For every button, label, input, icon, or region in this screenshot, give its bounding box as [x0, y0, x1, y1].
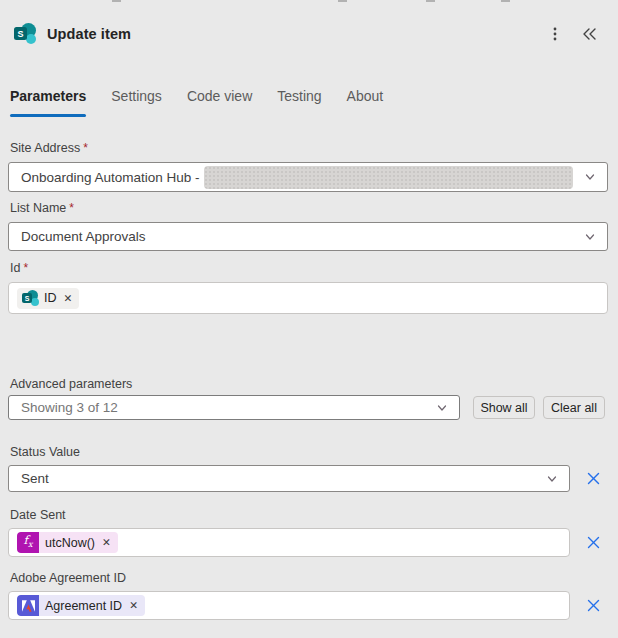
active-tab-underline [10, 114, 86, 117]
expression-token-chip[interactable]: fx utcNow() ✕ [17, 532, 118, 553]
tab-code-view[interactable]: Code view [187, 88, 252, 117]
date-sent-input[interactable]: fx utcNow() ✕ [8, 528, 570, 557]
site-address-dropdown[interactable]: Onboarding Automation Hub - [8, 162, 608, 192]
chevron-down-icon [435, 401, 449, 415]
more-options-button[interactable] [540, 19, 570, 49]
token-text: Agreement ID [45, 599, 122, 613]
sharepoint-icon: S [22, 290, 39, 307]
redacted-value [204, 166, 573, 189]
required-asterisk: * [83, 141, 88, 155]
status-value: Sent [21, 471, 49, 486]
clear-field-button[interactable] [578, 471, 608, 486]
advanced-parameters-dropdown[interactable]: Showing 3 of 12 [8, 395, 460, 420]
required-asterisk: * [23, 261, 28, 275]
id-label: Id* [10, 261, 608, 276]
top-edge-dash [338, 0, 347, 2]
collapse-panel-button[interactable] [574, 19, 604, 49]
double-chevron-left-icon [581, 26, 598, 42]
site-address-label: Site Address* [10, 141, 608, 156]
token-text: utcNow() [45, 536, 95, 550]
required-asterisk: * [69, 201, 74, 215]
status-value-dropdown[interactable]: Sent [8, 465, 570, 492]
remove-token-icon[interactable]: ✕ [64, 293, 73, 304]
tab-parameters[interactable]: Parameters [10, 88, 86, 117]
adobe-agreement-id-label: Adobe Agreement ID [10, 571, 608, 586]
chevron-down-icon [545, 472, 559, 486]
clear-field-button[interactable] [578, 598, 608, 613]
site-address-value: Onboarding Automation Hub - [21, 170, 200, 185]
list-name-label: List Name* [10, 201, 608, 216]
tab-label: Settings [111, 88, 162, 104]
top-edge-dash [112, 0, 121, 2]
advanced-parameters-row: Showing 3 of 12 Show all Clear all [8, 395, 608, 420]
remove-token-icon[interactable]: ✕ [129, 600, 138, 611]
status-value-label: Status Value [10, 445, 608, 460]
remove-token-icon[interactable]: ✕ [102, 537, 111, 548]
top-edge-dash [426, 0, 435, 2]
token-text: ID [44, 291, 57, 305]
date-sent-label: Date Sent [10, 508, 608, 523]
chevron-down-icon [583, 170, 597, 184]
parameters-panel: Site Address* Onboarding Automation Hub … [8, 141, 608, 620]
tab-label: Testing [277, 88, 321, 104]
tab-settings[interactable]: Settings [111, 88, 162, 117]
adobe-agreement-id-input[interactable]: Agreement ID ✕ [8, 591, 570, 620]
tab-label: Parameters [10, 88, 86, 104]
clear-x-icon [586, 471, 601, 486]
list-name-dropdown[interactable]: Document Approvals [8, 222, 608, 251]
advanced-parameters-label: Advanced parameters [10, 377, 608, 392]
advanced-parameters-value: Showing 3 of 12 [21, 400, 118, 415]
clear-all-button[interactable]: Clear all [543, 396, 605, 419]
show-all-button[interactable]: Show all [473, 396, 535, 419]
ellipsis-vertical-icon [548, 26, 562, 42]
top-edge-dash [501, 0, 510, 2]
id-token-chip[interactable]: S ID ✕ [17, 288, 79, 309]
tab-bar: Parameters Settings Code view Testing Ab… [10, 88, 618, 117]
tab-label: About [347, 88, 384, 104]
action-header: S Update item [14, 21, 604, 47]
clear-x-icon [586, 598, 601, 613]
tab-about[interactable]: About [347, 88, 384, 117]
tab-label: Code view [187, 88, 252, 104]
list-name-value: Document Approvals [21, 229, 146, 244]
agreement-id-token-chip[interactable]: Agreement ID ✕ [17, 595, 145, 616]
action-title: Update item [47, 26, 131, 42]
id-input[interactable]: S ID ✕ [8, 282, 608, 314]
tab-testing[interactable]: Testing [277, 88, 321, 117]
clear-field-button[interactable] [578, 535, 608, 550]
adobe-sign-icon [17, 595, 39, 616]
chevron-down-icon [583, 230, 597, 244]
fx-expression-icon: fx [17, 532, 39, 553]
sharepoint-icon: S [14, 23, 37, 46]
clear-x-icon [586, 535, 601, 550]
